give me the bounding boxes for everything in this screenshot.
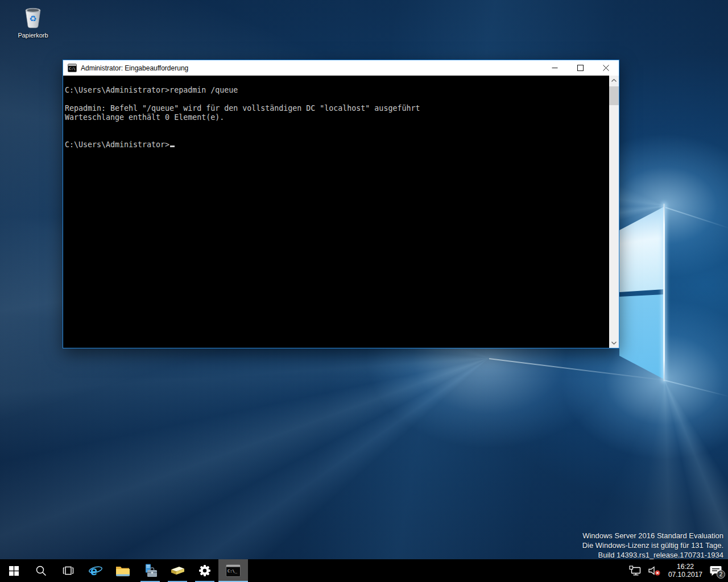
server-manager-icon	[143, 563, 158, 578]
svg-text:e: e	[90, 564, 97, 578]
recycle-bin-shortcut[interactable]: ♻ Papierkorb	[9, 3, 57, 39]
internet-explorer-icon: e	[88, 563, 103, 578]
taskbar: e	[0, 559, 728, 582]
screen: ♻ Papierkorb Windows Server 2016 Standar…	[0, 0, 728, 582]
file-explorer-icon	[115, 564, 130, 577]
system-tray: 16:22 07.10.2017 2	[626, 559, 728, 582]
watermark-line-1: Windows Server 2016 Standard Evaluation	[582, 531, 723, 541]
action-center-button[interactable]: 2	[706, 559, 726, 582]
cmd-taskbar-button[interactable]: C:\_	[218, 559, 248, 582]
network-icon	[629, 566, 642, 576]
console-line	[65, 95, 619, 104]
console-line: Warteschlange enthält 0 Element(e).	[65, 113, 619, 122]
notification-count-badge: 2	[717, 570, 725, 579]
volume-tray-button[interactable]	[645, 559, 664, 582]
svg-text:♻: ♻	[29, 14, 36, 24]
cmd-window: C:\ Administrator: Eingabeaufforderung C…	[63, 60, 619, 348]
text-cursor	[170, 146, 175, 147]
license-watermark: Windows Server 2016 Standard Evaluation …	[582, 531, 723, 559]
network-tray-button[interactable]	[626, 559, 645, 582]
search-icon	[35, 565, 47, 576]
server-manager-button[interactable]	[136, 559, 164, 582]
maximize-button[interactable]	[568, 60, 593, 76]
scroll-up-button[interactable]	[609, 76, 619, 85]
console-line: Repadmin: Befehl "/queue" wird für den v…	[65, 104, 619, 113]
window-titlebar[interactable]: C:\ Administrator: Eingabeaufforderung	[63, 60, 619, 76]
task-view-icon	[62, 566, 75, 576]
file-explorer-button[interactable]	[109, 559, 136, 582]
tray-clock[interactable]: 16:22 07.10.2017	[664, 563, 706, 579]
recycle-bin-label: Papierkorb	[9, 32, 57, 39]
recycle-bin-icon: ♻	[19, 3, 47, 31]
console-prompt: C:\Users\Administrator>	[65, 140, 169, 149]
gear-icon	[198, 564, 212, 577]
book-app-icon	[169, 565, 185, 576]
console-line	[65, 131, 619, 140]
scrollbar-thumb[interactable]	[609, 86, 619, 105]
svg-text:C:\: C:\	[69, 66, 75, 70]
console-output[interactable]: C:\Users\Administrator>repadmin /queue R…	[63, 76, 619, 348]
taskbar-empty-area	[248, 559, 626, 582]
book-app-button[interactable]	[164, 559, 191, 582]
svg-text:C:\_: C:\_	[228, 569, 238, 573]
watermark-line-2: Die Windows-Lizenz ist gültig für 131 Ta…	[582, 541, 723, 550]
watermark-line-3: Build 14393.rs1_release.170731-1934	[582, 550, 723, 559]
tray-time: 16:22	[668, 563, 702, 571]
windows-start-icon	[9, 566, 19, 576]
desktop-surface[interactable]: ♻ Papierkorb Windows Server 2016 Standar…	[0, 0, 728, 559]
settings-button[interactable]	[191, 559, 218, 582]
close-button[interactable]	[593, 60, 619, 76]
cmd-icon: C:\_	[226, 564, 241, 577]
maximize-icon	[577, 65, 584, 71]
close-icon	[603, 65, 609, 71]
chevron-up-icon	[611, 79, 617, 82]
minimize-icon	[552, 65, 558, 71]
console-prompt-line: C:\Users\Administrator>	[65, 140, 619, 149]
scroll-down-button[interactable]	[609, 338, 619, 348]
start-button[interactable]	[0, 559, 27, 582]
tray-date: 07.10.2017	[668, 571, 702, 579]
minimize-button[interactable]	[542, 60, 568, 76]
console-line: C:\Users\Administrator>repadmin /queue	[65, 86, 619, 95]
window-title: Administrator: Eingabeaufforderung	[81, 64, 542, 72]
task-view-button[interactable]	[55, 559, 82, 582]
volume-muted-icon	[648, 566, 661, 576]
windows-logo-edge-glow	[663, 203, 665, 381]
console-scrollbar[interactable]	[609, 76, 619, 348]
internet-explorer-button[interactable]: e	[82, 559, 109, 582]
console-line	[65, 122, 619, 131]
chevron-down-icon	[611, 342, 617, 344]
cmd-window-icon: C:\	[68, 64, 77, 72]
search-button[interactable]	[27, 559, 55, 582]
